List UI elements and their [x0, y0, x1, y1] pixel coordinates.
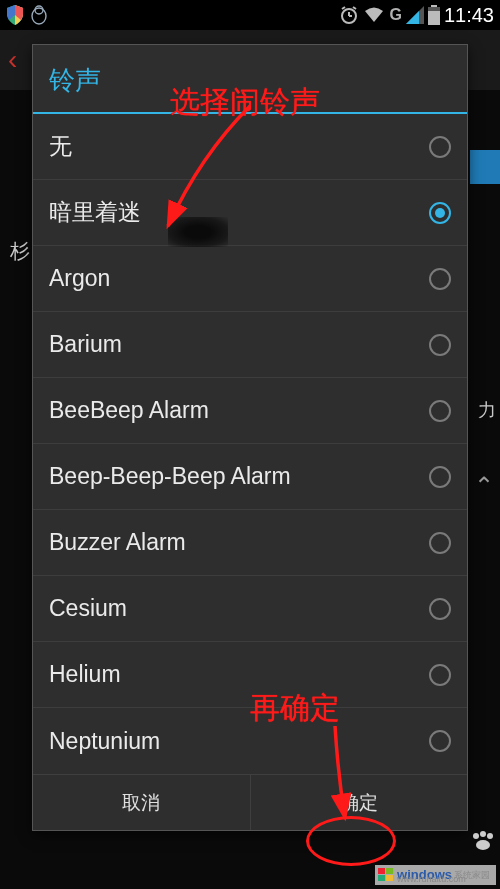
svg-rect-7: [431, 5, 437, 7]
ringtone-list: 无暗里着迷ArgonBariumBeeBeep AlarmBeep-Beep-B…: [33, 114, 467, 774]
radio-icon: [429, 730, 451, 752]
watermark: windows 系统家园 www.ruhaitu.com: [375, 865, 496, 885]
shield-icon: [6, 5, 24, 25]
radio-icon: [429, 532, 451, 554]
svg-point-12: [487, 833, 493, 839]
ringtone-item[interactable]: Neptunium: [33, 708, 467, 774]
radio-icon: [429, 598, 451, 620]
ringtone-label: Helium: [49, 661, 121, 688]
ringtone-item[interactable]: Helium: [33, 642, 467, 708]
ringtone-item[interactable]: BeeBeep Alarm: [33, 378, 467, 444]
ringtone-label: Neptunium: [49, 728, 160, 755]
ringtone-item[interactable]: Cesium: [33, 576, 467, 642]
background-text-right: 力: [478, 398, 496, 422]
ringtone-label: Argon: [49, 265, 110, 292]
status-left: [6, 5, 48, 25]
status-clock: 11:43: [444, 4, 494, 27]
ringtone-label: Barium: [49, 331, 122, 358]
svg-rect-16: [378, 875, 385, 881]
radio-icon: [429, 136, 451, 158]
ringtone-item[interactable]: 无: [33, 114, 467, 180]
paw-icon: [470, 831, 494, 855]
ringtone-label: BeeBeep Alarm: [49, 397, 209, 424]
cancel-button[interactable]: 取消: [33, 775, 251, 830]
status-right: G 11:43: [339, 4, 494, 27]
qq-icon: [30, 5, 48, 25]
signal-icon: [406, 6, 424, 24]
dialog-title: 铃声: [33, 45, 467, 112]
ringtone-item[interactable]: Barium: [33, 312, 467, 378]
svg-point-13: [476, 840, 490, 850]
battery-icon: [428, 5, 440, 25]
ringtone-label: Cesium: [49, 595, 127, 622]
background-blue-accent: [470, 150, 500, 184]
radio-icon: [429, 400, 451, 422]
svg-rect-14: [378, 868, 385, 874]
ringtone-item[interactable]: Beep-Beep-Beep Alarm: [33, 444, 467, 510]
dialog-button-bar: 取消 确定: [33, 774, 467, 830]
ringtone-label: Beep-Beep-Beep Alarm: [49, 463, 291, 490]
svg-line-6: [353, 7, 356, 9]
ringtone-item[interactable]: Argon: [33, 246, 467, 312]
svg-point-0: [32, 8, 46, 24]
watermark-url: www.ruhaitu.com: [397, 874, 466, 884]
status-bar: G 11:43: [0, 0, 500, 30]
radio-icon: [429, 664, 451, 686]
ringtone-label: 暗里着迷: [49, 197, 141, 228]
ringtone-label: Buzzer Alarm: [49, 529, 186, 556]
svg-rect-15: [386, 868, 393, 874]
radio-icon: [429, 334, 451, 356]
ringtone-item[interactable]: Buzzer Alarm: [33, 510, 467, 576]
back-chevron-icon: ‹: [8, 44, 17, 76]
ringtone-label: 无: [49, 131, 72, 162]
background-text-left: 杉: [10, 238, 30, 265]
ok-button[interactable]: 确定: [251, 775, 468, 830]
svg-point-10: [473, 833, 479, 839]
alarm-icon: [339, 5, 359, 25]
ringtone-item[interactable]: 暗里着迷: [33, 180, 467, 246]
windows-logo-icon: [378, 868, 394, 882]
svg-rect-9: [428, 11, 440, 25]
ringtone-dialog: 铃声 无暗里着迷ArgonBariumBeeBeep AlarmBeep-Bee…: [32, 44, 468, 831]
network-type-label: G: [389, 6, 401, 24]
svg-line-5: [342, 7, 345, 9]
svg-point-11: [480, 831, 486, 837]
wifi-icon: [363, 6, 385, 24]
radio-icon: [429, 202, 451, 224]
svg-rect-17: [386, 875, 393, 881]
background-chevron-icon: ⌃: [474, 472, 494, 500]
radio-icon: [429, 466, 451, 488]
radio-icon: [429, 268, 451, 290]
svg-point-1: [35, 6, 43, 14]
